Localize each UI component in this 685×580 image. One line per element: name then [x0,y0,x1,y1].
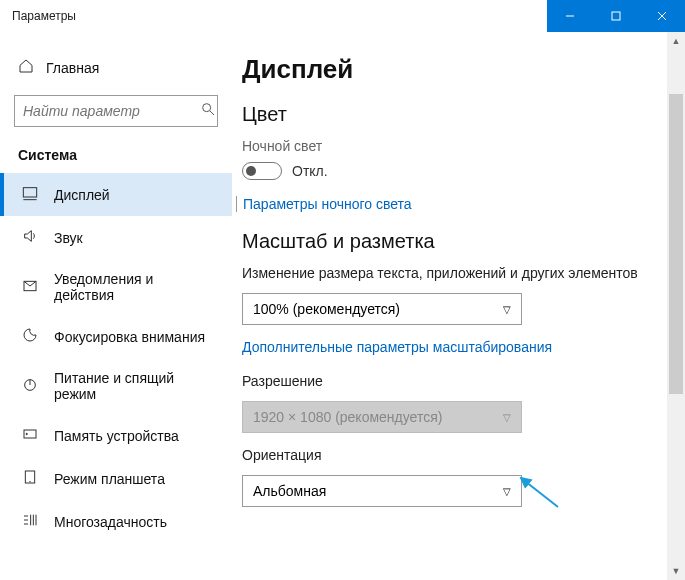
window-controls [547,0,685,32]
night-light-toggle[interactable] [242,162,282,180]
advanced-scaling-link[interactable]: Дополнительные параметры масштабирования [242,339,659,355]
power-icon [22,377,38,396]
page-title: Дисплей [242,54,659,85]
sidebar-item-label: Уведомления и действия [54,271,214,303]
svg-rect-1 [612,12,620,20]
orientation-label: Ориентация [242,447,659,463]
sidebar-item-label: Звук [54,230,83,246]
window-title: Параметры [0,9,76,23]
orientation-value: Альбомная [253,483,326,499]
search-input[interactable] [14,95,218,127]
sidebar-item-sound[interactable]: Звук [0,216,232,259]
chevron-down-icon: ▽ [503,304,511,315]
display-icon [22,185,38,204]
resolution-dropdown[interactable]: 1920 × 1080 (рекомендуется) ▽ [242,401,522,433]
orientation-dropdown[interactable]: Альбомная ▽ [242,475,522,507]
chevron-down-icon: ▽ [503,486,511,497]
sidebar-item-focus[interactable]: Фокусировка внимания [0,315,232,358]
sidebar-item-label: Питание и спящий режим [54,370,214,402]
section-color: Цвет [242,103,659,126]
sidebar-item-storage[interactable]: Память устройства [0,414,232,457]
night-light-state: Откл. [292,163,328,179]
main-content: Дисплей Цвет Ночной свет Откл. Параметры… [232,32,667,580]
sidebar-item-label: Дисплей [54,187,110,203]
close-button[interactable] [639,0,685,32]
focus-icon [22,327,38,346]
sidebar-nav: Дисплей Звук Уведомления и действия Фоку… [0,173,232,543]
sidebar-home-label: Главная [46,60,99,76]
sidebar-home[interactable]: Главная [0,50,232,91]
night-light-label: Ночной свет [242,138,659,154]
svg-rect-6 [23,188,36,197]
scroll-thumb[interactable] [669,94,683,394]
section-scale: Масштаб и разметка [242,230,659,253]
chevron-down-icon: ▽ [503,412,511,423]
sidebar-item-display[interactable]: Дисплей [0,173,232,216]
sidebar-item-tablet[interactable]: Режим планшета [0,457,232,500]
sidebar: Главная Система Дисплей Звук Уведомления… [0,32,232,580]
vertical-scrollbar[interactable]: ▲ ▼ [667,32,685,580]
notifications-icon [22,278,38,297]
sidebar-item-notifications[interactable]: Уведомления и действия [0,259,232,315]
multitask-icon [22,512,38,531]
sidebar-item-multitask[interactable]: Многозадачность [0,500,232,543]
search-icon [200,101,216,121]
scale-description: Изменение размера текста, приложений и д… [242,265,659,281]
sound-icon [22,228,38,247]
maximize-button[interactable] [593,0,639,32]
sidebar-section-label: Система [0,147,232,173]
scale-dropdown[interactable]: 100% (рекомендуется) ▽ [242,293,522,325]
storage-icon [22,426,38,445]
minimize-button[interactable] [547,0,593,32]
sidebar-item-label: Память устройства [54,428,179,444]
tablet-icon [22,469,38,488]
svg-point-12 [26,433,27,434]
scroll-up-icon[interactable]: ▲ [667,32,685,50]
scroll-down-icon[interactable]: ▼ [667,562,685,580]
night-light-settings-link[interactable]: Параметры ночного света [243,196,659,212]
scale-value: 100% (рекомендуется) [253,301,400,317]
search-field[interactable] [23,103,200,119]
sidebar-item-label: Многозадачность [54,514,167,530]
sidebar-item-power[interactable]: Питание и спящий режим [0,358,232,414]
sidebar-item-label: Режим планшета [54,471,165,487]
titlebar: Параметры [0,0,685,32]
sidebar-item-label: Фокусировка внимания [54,329,205,345]
home-icon [18,58,34,77]
svg-line-5 [210,111,214,115]
svg-point-4 [203,104,211,112]
resolution-label: Разрешение [242,373,659,389]
resolution-value: 1920 × 1080 (рекомендуется) [253,409,442,425]
